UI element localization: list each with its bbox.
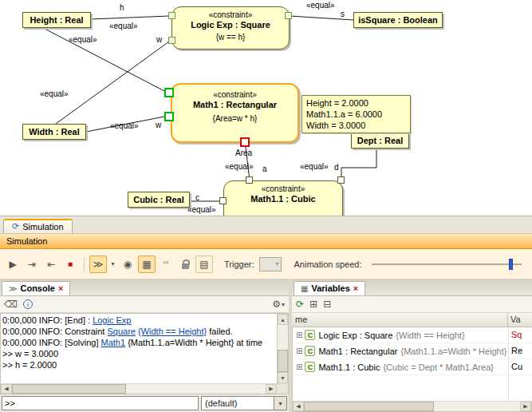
table-row[interactable]: ⊞ C Math1 : Rectangular {Math1.1.a=Width… bbox=[293, 343, 532, 359]
part-cubic[interactable]: Cubic : Real bbox=[128, 192, 190, 208]
edge-label-equal[interactable]: «equal» bbox=[300, 162, 329, 171]
clear-console-icon[interactable]: ⌫ bbox=[4, 299, 18, 310]
scrollbar-track[interactable] bbox=[12, 384, 266, 394]
edge-label-d[interactable]: d bbox=[334, 163, 339, 172]
table-row[interactable]: ⊞ C Logic Exp : Square {Width == Height}… bbox=[293, 327, 532, 343]
export-image-button[interactable]: ▤ bbox=[195, 256, 213, 273]
scrollbar-track[interactable] bbox=[304, 402, 520, 411]
expand-toggle-icon[interactable]: ⊞ bbox=[296, 362, 302, 371]
column-value[interactable]: Va bbox=[507, 313, 532, 327]
scroll-right-button[interactable]: ▶ bbox=[520, 402, 531, 411]
step-into-button[interactable]: ⇥ bbox=[23, 256, 41, 273]
part-width[interactable]: Width : Real bbox=[22, 124, 86, 140]
expand-toggle-icon[interactable]: ⊞ bbox=[296, 347, 302, 355]
row-value[interactable]: Sq bbox=[509, 327, 532, 343]
console-output[interactable]: 0:00,000 INFO: [End] : Logic Exp 0:00,00… bbox=[0, 313, 289, 383]
scroll-down-button[interactable]: ▼ bbox=[278, 372, 288, 383]
variables-table[interactable]: ⊞ C Logic Exp : Square {Width == Height}… bbox=[292, 327, 532, 401]
element-link[interactable]: Math1 bbox=[101, 338, 126, 347]
edge-label-c[interactable]: c bbox=[195, 193, 199, 202]
part-issquare[interactable]: isSquare : Boolean bbox=[353, 12, 443, 28]
edge-label-equal[interactable]: «equal» bbox=[109, 22, 138, 30]
element-link[interactable]: {Width == Height} bbox=[138, 327, 207, 336]
column-name[interactable]: me bbox=[292, 313, 507, 327]
element-link[interactable]: Square bbox=[107, 327, 135, 336]
tab-simulation[interactable]: ⟳ Simulation bbox=[3, 219, 73, 233]
table-row[interactable]: ⊞ C Math1.1 : Cubic {Cubic = Dept * Math… bbox=[293, 359, 532, 375]
port-math11-c[interactable] bbox=[219, 197, 227, 204]
row-value[interactable]: Re bbox=[509, 343, 532, 359]
expand-toggle-icon[interactable]: ⊞ bbox=[296, 331, 302, 339]
close-icon[interactable]: × bbox=[353, 285, 358, 292]
chevron-down-icon[interactable]: ▾ bbox=[282, 301, 285, 308]
element-link[interactable]: Logic Exp bbox=[93, 315, 131, 325]
tab-variables[interactable]: ▦ Variables × bbox=[294, 281, 365, 295]
edge-label-equal[interactable]: «equal» bbox=[69, 35, 97, 44]
watch-button[interactable]: ◉ bbox=[119, 256, 136, 273]
run-button[interactable]: ▶ bbox=[4, 256, 22, 273]
edge-label-equal[interactable]: «equal» bbox=[306, 1, 335, 10]
breakpoints-button[interactable]: °° bbox=[157, 256, 175, 273]
gear-icon[interactable]: ⚙ bbox=[272, 299, 281, 310]
diagram-canvas[interactable]: Height : Real isSquare : Boolean Width :… bbox=[0, 0, 532, 216]
port-logicexp-w[interactable] bbox=[168, 37, 175, 44]
part-dept[interactable]: Dept : Real bbox=[351, 133, 409, 149]
stop-button[interactable]: ■ bbox=[61, 256, 79, 273]
scroll-left-button[interactable]: ◀ bbox=[1, 384, 12, 394]
port-math1-w[interactable] bbox=[164, 112, 174, 121]
chevron-down-icon[interactable]: ▾ bbox=[274, 397, 286, 410]
console-prompt-input[interactable] bbox=[2, 396, 199, 410]
port-math1-h[interactable] bbox=[164, 88, 174, 97]
edge-label-s[interactable]: s bbox=[341, 10, 345, 18]
console-scope-select[interactable]: (default) ▾ bbox=[201, 396, 287, 410]
edge-label-h[interactable]: h bbox=[120, 3, 124, 12]
slider-handle[interactable] bbox=[509, 259, 513, 270]
console-dropdown-button[interactable]: ▾ bbox=[108, 256, 117, 273]
collapse-all-icon[interactable]: ⊟ bbox=[323, 299, 331, 310]
close-icon[interactable]: × bbox=[58, 285, 63, 292]
refresh-icon[interactable]: ⟳ bbox=[296, 299, 304, 310]
scrollbar-thumb[interactable] bbox=[12, 384, 126, 394]
connector-height-logicexp[interactable] bbox=[91, 16, 169, 19]
animation-toggle-button[interactable]: ▦ bbox=[138, 256, 156, 273]
port-math1-area[interactable] bbox=[240, 137, 250, 147]
scroll-up-button[interactable]: ▲ bbox=[278, 314, 288, 325]
animation-speed-slider[interactable] bbox=[372, 258, 522, 271]
edge-label-equal[interactable]: «equal» bbox=[225, 162, 254, 171]
edge-label-w[interactable]: w bbox=[156, 35, 162, 44]
connector-height-math1[interactable] bbox=[46, 30, 166, 92]
scrollbar-thumb[interactable] bbox=[278, 350, 288, 372]
scrollbar-thumb[interactable] bbox=[304, 402, 434, 411]
info-icon[interactable]: i bbox=[23, 299, 33, 309]
connector-dept-math11[interactable] bbox=[341, 149, 376, 180]
step-over-button[interactable]: ⇤ bbox=[42, 256, 60, 273]
edge-label-area[interactable]: Area bbox=[235, 149, 252, 157]
constraint-math11[interactable]: «constraint» Math1.1 : Cubic bbox=[223, 180, 343, 216]
scrollbar-track[interactable] bbox=[278, 325, 288, 372]
constraint-logic-exp[interactable]: «constraint» Logic Exp : Square {w == h} bbox=[171, 6, 290, 50]
port-logicexp-s[interactable] bbox=[285, 12, 292, 19]
edge-label-a[interactable]: a bbox=[262, 164, 267, 173]
variables-column-header[interactable]: me Va bbox=[292, 313, 532, 327]
console-vertical-scrollbar[interactable]: ▲ ▼ bbox=[277, 314, 288, 383]
tab-console[interactable]: ≫ Console × bbox=[2, 281, 70, 295]
edge-label-equal[interactable]: «equal» bbox=[110, 121, 139, 130]
connector-width-logicexp[interactable] bbox=[56, 42, 169, 124]
scroll-right-button[interactable]: ▶ bbox=[266, 384, 277, 394]
lock-button[interactable] bbox=[176, 256, 194, 273]
variables-horizontal-scrollbar[interactable]: ◀ ▶ bbox=[292, 401, 532, 412]
edge-label-equal[interactable]: «equal» bbox=[40, 89, 69, 98]
expand-all-icon[interactable]: ⊞ bbox=[309, 299, 317, 310]
console-horizontal-scrollbar[interactable]: ◀ ▶ bbox=[0, 383, 289, 394]
constraint-math1[interactable]: «constraint» Math1 : Rectangular {Area=w… bbox=[171, 83, 299, 143]
edge-label-equal[interactable]: «equal» bbox=[187, 205, 216, 214]
part-height[interactable]: Height : Real bbox=[22, 12, 91, 28]
port-math11-a[interactable] bbox=[246, 176, 253, 184]
trigger-select[interactable]: ▾ bbox=[259, 257, 282, 271]
row-value[interactable]: Cu bbox=[509, 359, 532, 374]
console-toggle-button[interactable]: ≫ bbox=[89, 256, 107, 273]
scroll-left-button[interactable]: ◀ bbox=[293, 402, 304, 411]
edge-label-w[interactable]: w bbox=[156, 121, 161, 129]
port-math11-d[interactable] bbox=[337, 176, 345, 184]
port-logicexp-h[interactable] bbox=[168, 12, 175, 19]
